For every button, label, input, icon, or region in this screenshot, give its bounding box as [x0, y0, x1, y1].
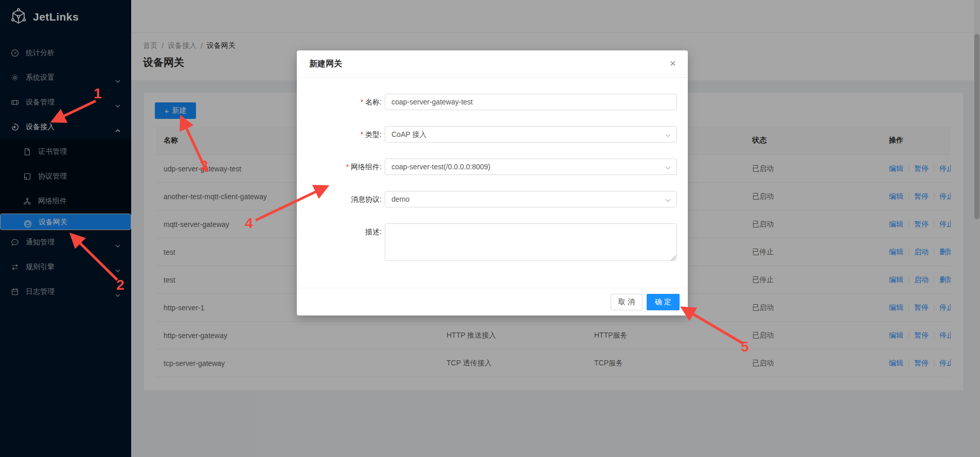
form-row: 描述: — [308, 223, 677, 262]
form-row: 消息协议:demo — [308, 191, 677, 207]
modal-footer: 取 消 确 定 — [297, 288, 688, 315]
form-row: *名称: — [308, 94, 677, 110]
modal-title: 新建网关 — [309, 59, 342, 69]
modal-header: 新建网关 — [297, 50, 688, 78]
field-control: coap-server-test(/0.0.0.0:8009) — [385, 159, 677, 175]
field-control: demo — [385, 191, 677, 207]
类型-select[interactable]: CoAP 接入 — [385, 126, 677, 143]
field-control — [385, 223, 677, 262]
modal-close-icon[interactable]: × — [665, 56, 681, 71]
field-label: *类型: — [308, 126, 385, 143]
form-row: *类型:CoAP 接入 — [308, 126, 677, 143]
消息协议-select[interactable]: demo — [385, 191, 677, 207]
required-asterisk: * — [346, 163, 349, 171]
描述-textarea[interactable] — [385, 223, 677, 261]
modal-form: *名称:*类型:CoAP 接入*网络组件:coap-server-test(/0… — [297, 78, 688, 262]
required-asterisk: * — [361, 98, 363, 106]
field-control — [385, 94, 677, 110]
form-row: *网络组件:coap-server-test(/0.0.0.0:8009) — [308, 159, 677, 175]
名称-input[interactable] — [385, 94, 677, 110]
field-label: *网络组件: — [308, 159, 385, 175]
confirm-button[interactable]: 确 定 — [647, 294, 680, 310]
field-label: 描述: — [308, 223, 385, 262]
field-control: CoAP 接入 — [385, 126, 677, 143]
new-gateway-modal: 新建网关 × *名称:*类型:CoAP 接入*网络组件:coap-server-… — [297, 50, 688, 315]
cancel-button[interactable]: 取 消 — [611, 294, 643, 310]
网络组件-select[interactable]: coap-server-test(/0.0.0.0:8009) — [385, 159, 677, 175]
field-label: 消息协议: — [308, 191, 385, 207]
app-root: JetLinks 统计分析系统设置设备管理设备接入证书管理协议管理网络组件设备网… — [0, 0, 980, 457]
required-asterisk: * — [361, 130, 363, 138]
field-label: *名称: — [308, 94, 385, 110]
